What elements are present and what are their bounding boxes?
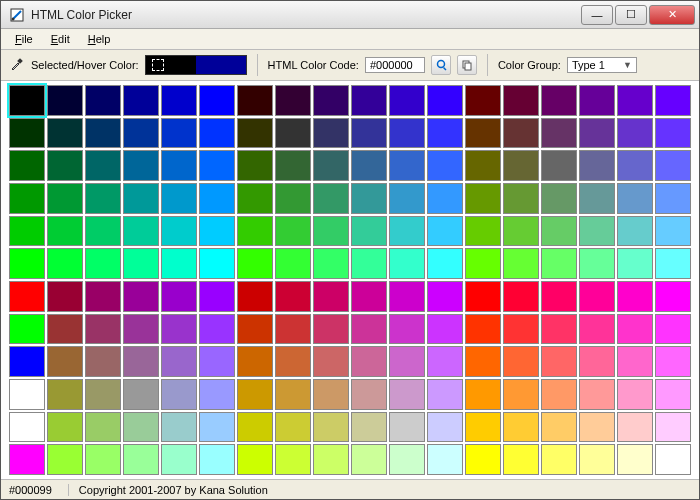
color-cell[interactable] bbox=[199, 248, 235, 279]
color-cell[interactable] bbox=[465, 379, 501, 410]
color-cell[interactable] bbox=[541, 248, 577, 279]
color-cell[interactable] bbox=[161, 248, 197, 279]
color-cell[interactable] bbox=[655, 216, 691, 247]
color-cell[interactable] bbox=[427, 314, 463, 345]
color-cell[interactable] bbox=[617, 216, 653, 247]
color-cell[interactable] bbox=[579, 85, 615, 116]
color-cell[interactable] bbox=[237, 183, 273, 214]
color-cell[interactable] bbox=[351, 379, 387, 410]
color-cell[interactable] bbox=[655, 183, 691, 214]
color-cell[interactable] bbox=[465, 248, 501, 279]
color-cell[interactable] bbox=[275, 444, 311, 475]
color-cell[interactable] bbox=[199, 379, 235, 410]
color-cell[interactable] bbox=[275, 281, 311, 312]
color-cell[interactable] bbox=[427, 281, 463, 312]
color-cell[interactable] bbox=[541, 216, 577, 247]
color-cell[interactable] bbox=[389, 379, 425, 410]
color-cell[interactable] bbox=[9, 183, 45, 214]
color-cell[interactable] bbox=[579, 118, 615, 149]
color-cell[interactable] bbox=[47, 379, 83, 410]
color-cell[interactable] bbox=[427, 412, 463, 443]
color-cell[interactable] bbox=[579, 379, 615, 410]
color-cell[interactable] bbox=[237, 248, 273, 279]
color-cell[interactable] bbox=[351, 85, 387, 116]
color-cell[interactable] bbox=[389, 118, 425, 149]
color-cell[interactable] bbox=[351, 248, 387, 279]
color-cell[interactable] bbox=[237, 314, 273, 345]
color-cell[interactable] bbox=[123, 314, 159, 345]
color-cell[interactable] bbox=[123, 444, 159, 475]
color-cell[interactable] bbox=[541, 412, 577, 443]
color-cell[interactable] bbox=[85, 314, 121, 345]
color-cell[interactable] bbox=[313, 281, 349, 312]
eyedropper-icon[interactable] bbox=[9, 56, 25, 74]
color-cell[interactable] bbox=[617, 150, 653, 181]
color-cell[interactable] bbox=[85, 183, 121, 214]
color-cell[interactable] bbox=[465, 346, 501, 377]
color-cell[interactable] bbox=[427, 379, 463, 410]
color-cell[interactable] bbox=[9, 85, 45, 116]
color-cell[interactable] bbox=[389, 281, 425, 312]
color-cell[interactable] bbox=[237, 412, 273, 443]
color-cell[interactable] bbox=[541, 281, 577, 312]
color-cell[interactable] bbox=[85, 412, 121, 443]
color-cell[interactable] bbox=[617, 85, 653, 116]
color-cell[interactable] bbox=[199, 346, 235, 377]
color-cell[interactable] bbox=[123, 248, 159, 279]
color-cell[interactable] bbox=[389, 248, 425, 279]
color-cell[interactable] bbox=[617, 248, 653, 279]
color-cell[interactable] bbox=[237, 444, 273, 475]
color-cell[interactable] bbox=[541, 150, 577, 181]
color-cell[interactable] bbox=[275, 216, 311, 247]
color-cell[interactable] bbox=[9, 412, 45, 443]
color-cell[interactable] bbox=[655, 281, 691, 312]
color-cell[interactable] bbox=[655, 248, 691, 279]
color-cell[interactable] bbox=[123, 216, 159, 247]
color-cell[interactable] bbox=[199, 183, 235, 214]
color-cell[interactable] bbox=[655, 346, 691, 377]
color-cell[interactable] bbox=[275, 118, 311, 149]
copy-icon[interactable] bbox=[457, 55, 477, 75]
color-cell[interactable] bbox=[275, 248, 311, 279]
color-cell[interactable] bbox=[313, 314, 349, 345]
color-cell[interactable] bbox=[389, 412, 425, 443]
color-cell[interactable] bbox=[199, 314, 235, 345]
maximize-button[interactable]: ☐ bbox=[615, 5, 647, 25]
color-cell[interactable] bbox=[655, 379, 691, 410]
menu-file[interactable]: File bbox=[7, 31, 41, 47]
color-cell[interactable] bbox=[465, 444, 501, 475]
color-cell[interactable] bbox=[161, 216, 197, 247]
color-cell[interactable] bbox=[47, 248, 83, 279]
color-cell[interactable] bbox=[275, 346, 311, 377]
color-cell[interactable] bbox=[47, 150, 83, 181]
color-cell[interactable] bbox=[313, 183, 349, 214]
color-cell[interactable] bbox=[275, 379, 311, 410]
color-cell[interactable] bbox=[123, 118, 159, 149]
color-cell[interactable] bbox=[351, 150, 387, 181]
color-cell[interactable] bbox=[389, 216, 425, 247]
color-cell[interactable] bbox=[389, 183, 425, 214]
color-cell[interactable] bbox=[617, 314, 653, 345]
color-cell[interactable] bbox=[237, 150, 273, 181]
color-cell[interactable] bbox=[85, 444, 121, 475]
color-cell[interactable] bbox=[503, 216, 539, 247]
color-cell[interactable] bbox=[465, 314, 501, 345]
color-cell[interactable] bbox=[313, 85, 349, 116]
color-cell[interactable] bbox=[161, 150, 197, 181]
color-cell[interactable] bbox=[503, 183, 539, 214]
color-cell[interactable] bbox=[9, 150, 45, 181]
color-cell[interactable] bbox=[237, 118, 273, 149]
color-cell[interactable] bbox=[123, 150, 159, 181]
color-cell[interactable] bbox=[9, 444, 45, 475]
close-button[interactable]: ✕ bbox=[649, 5, 695, 25]
color-cell[interactable] bbox=[389, 314, 425, 345]
color-cell[interactable] bbox=[237, 346, 273, 377]
color-cell[interactable] bbox=[465, 118, 501, 149]
color-cell[interactable] bbox=[9, 281, 45, 312]
color-cell[interactable] bbox=[275, 85, 311, 116]
color-cell[interactable] bbox=[541, 379, 577, 410]
color-cell[interactable] bbox=[85, 379, 121, 410]
color-cell[interactable] bbox=[47, 444, 83, 475]
color-cell[interactable] bbox=[655, 412, 691, 443]
titlebar[interactable]: HTML Color Picker — ☐ ✕ bbox=[1, 1, 699, 29]
